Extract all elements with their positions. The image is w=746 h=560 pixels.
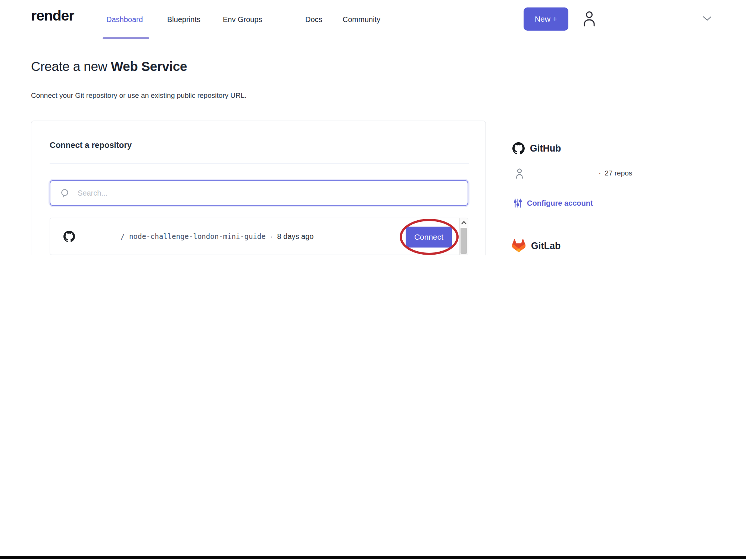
new-button-label: New + bbox=[535, 15, 557, 24]
gitlab-title: GitLab bbox=[531, 240, 561, 251]
repo-list-scrollbar[interactable] bbox=[459, 218, 468, 255]
repo-search-input[interactable] bbox=[77, 182, 468, 204]
repo-path: / node-challenge-london-mini-guide bbox=[121, 232, 266, 240]
render-logo[interactable]: render bbox=[31, 7, 74, 24]
github-username-redacted bbox=[528, 169, 599, 177]
github-title: GitHub bbox=[530, 143, 561, 154]
github-section-header: GitHub bbox=[512, 142, 561, 155]
page-subtitle: Connect your Git repository or use an ex… bbox=[31, 91, 247, 100]
connect-button[interactable]: Connect bbox=[406, 227, 452, 248]
scrollbar-thumb[interactable] bbox=[461, 228, 467, 254]
gitlab-icon bbox=[512, 239, 526, 252]
page-title: Create a new Web Service bbox=[31, 59, 187, 74]
repo-search-box bbox=[50, 180, 468, 206]
repository-row[interactable]: / node-challenge-london-mini-guide · 8 d… bbox=[50, 218, 459, 255]
account-separator-dot: · bbox=[599, 169, 601, 177]
nav-item-community[interactable]: Community bbox=[343, 0, 380, 39]
account-user-icon bbox=[514, 167, 525, 179]
nav-item-dashboard[interactable]: Dashboard bbox=[106, 0, 143, 39]
chevron-down-icon[interactable] bbox=[702, 16, 712, 22]
github-account-row: · 27 repos bbox=[514, 167, 632, 179]
gitlab-section-header: GitLab bbox=[512, 239, 561, 252]
active-tab-underline bbox=[103, 37, 149, 39]
nav-item-docs[interactable]: Docs bbox=[305, 0, 322, 39]
configure-account-label: Configure account bbox=[527, 199, 593, 208]
repository-list: / node-challenge-london-mini-guide · 8 d… bbox=[50, 218, 468, 255]
top-nav-bar: render Dashboard Blueprints Env Groups D… bbox=[0, 0, 746, 39]
new-button[interactable]: New + bbox=[524, 7, 568, 31]
connect-repository-card: Connect a repository / node-challenge-lo… bbox=[31, 121, 486, 255]
repo-updated-time: 8 days ago bbox=[277, 232, 314, 241]
repo-separator-dot: · bbox=[270, 232, 273, 241]
scrollbar-up-arrow-icon[interactable] bbox=[460, 220, 468, 225]
github-repo-count: 27 repos bbox=[605, 169, 632, 177]
user-icon bbox=[581, 9, 597, 27]
repo-owner-redacted bbox=[75, 232, 121, 241]
page-title-bold: Web Service bbox=[111, 59, 187, 74]
search-icon bbox=[60, 188, 70, 198]
github-icon bbox=[63, 231, 75, 242]
github-icon bbox=[512, 142, 525, 155]
nav-item-env-groups[interactable]: Env Groups bbox=[223, 0, 262, 39]
card-title: Connect a repository bbox=[50, 140, 132, 150]
card-divider bbox=[50, 164, 469, 164]
sliders-icon bbox=[514, 198, 522, 208]
bottom-edge-bar bbox=[0, 556, 746, 559]
nav-divider bbox=[285, 7, 285, 25]
page-title-regular: Create a new bbox=[31, 59, 111, 74]
user-account-button[interactable] bbox=[581, 8, 598, 28]
nav-item-blueprints[interactable]: Blueprints bbox=[167, 0, 200, 39]
configure-account-link[interactable]: Configure account bbox=[514, 198, 593, 208]
